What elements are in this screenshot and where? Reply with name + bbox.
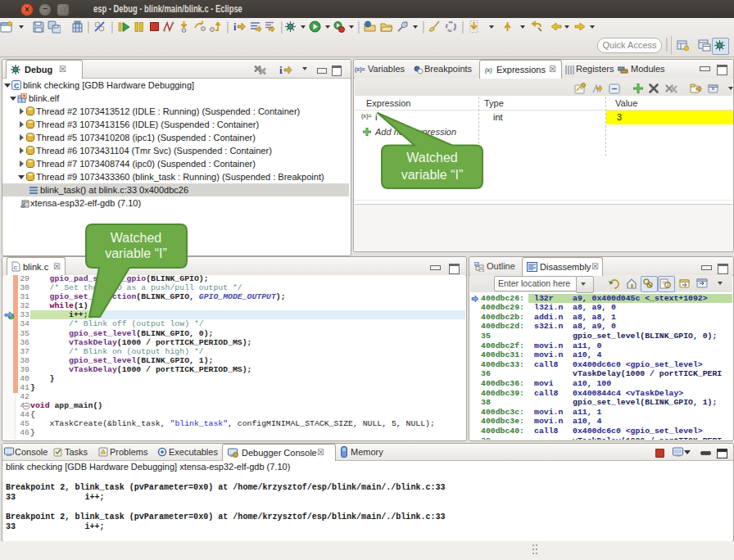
svg-text:i: i: [233, 21, 237, 33]
svg-text:variable “I”: variable “I”: [401, 168, 464, 182]
svg-text:Watched: Watched: [406, 151, 458, 165]
svg-text:c: c: [14, 264, 18, 271]
svg-text:Watched: Watched: [111, 231, 162, 245]
svg-text:i: i: [279, 64, 283, 75]
svg-text:C: C: [14, 82, 20, 90]
svg-text:variable “I”: variable “I”: [105, 246, 167, 260]
